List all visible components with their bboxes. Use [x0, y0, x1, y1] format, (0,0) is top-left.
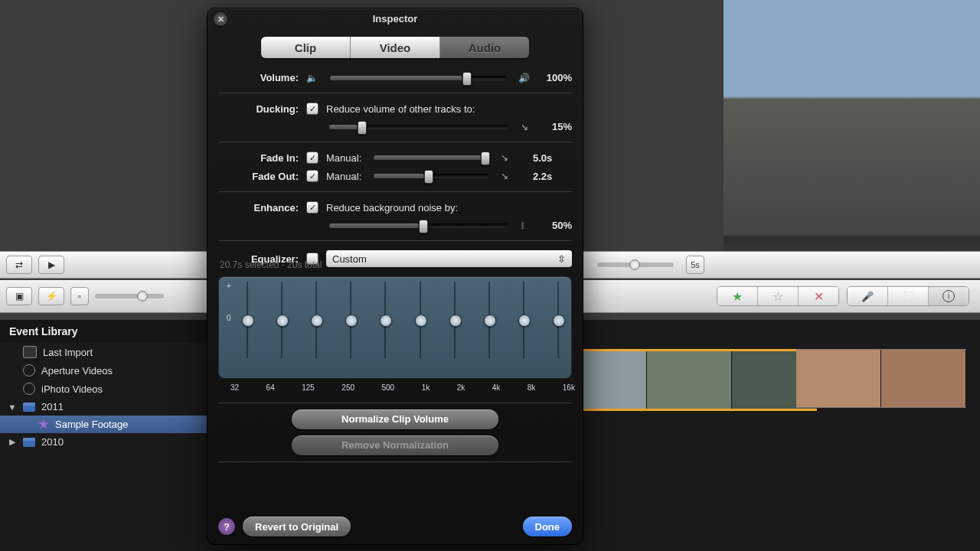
timeline-zoom-slider[interactable]	[597, 262, 674, 267]
event-library-sidebar: Event Library Last Import Aperture Video…	[0, 320, 207, 551]
tab-clip[interactable]: Clip	[261, 37, 351, 58]
eq-band-4k[interactable]	[484, 282, 495, 358]
sidebar-item-aperture[interactable]: Aperture Videos	[0, 361, 207, 380]
eq-band-32[interactable]	[242, 282, 253, 358]
reset-icon[interactable]: ↘	[501, 171, 510, 181]
enhance-slider[interactable]	[329, 223, 508, 228]
crop-button[interactable]: ⛶	[888, 287, 929, 305]
zoom-seconds-label: 5s	[686, 256, 704, 274]
sidebar-item-2010[interactable]: ▶2010	[0, 433, 207, 451]
voiceover-button[interactable]: 🎤	[848, 287, 888, 305]
sidebar-item-last-import[interactable]: Last Import	[0, 343, 207, 361]
ducking-label: Ducking:	[218, 103, 299, 115]
volume-label: Volume:	[218, 72, 299, 83]
eq-band-64[interactable]	[276, 282, 287, 358]
favorite-button[interactable]: ★	[717, 287, 758, 305]
action-button[interactable]: ⚡	[38, 287, 64, 305]
import-icon	[23, 346, 37, 358]
camera-button[interactable]: ▣	[6, 287, 32, 305]
revert-button[interactable]: Revert to Original	[243, 517, 351, 536]
ducking-slider-row: ↘ 15%	[207, 118, 583, 135]
fadein-manual-label: Manual:	[326, 152, 361, 164]
divider	[218, 142, 572, 142]
sidebar-item-sample-footage[interactable]: Sample Footage	[0, 416, 207, 433]
speaker-high-icon: 🔊	[518, 73, 530, 83]
thumb-size-button[interactable]: ▫	[70, 287, 89, 305]
iphoto-icon	[23, 383, 35, 395]
fadein-slider[interactable]	[374, 155, 488, 160]
fadein-checkbox[interactable]	[306, 152, 318, 164]
reset-icon[interactable]: ↘	[521, 122, 530, 132]
enhance-slider-row: ⧘ 50%	[207, 217, 583, 234]
eq-band-labels: 32 64 125 250 500 1k 2k 4k 8k 16k	[207, 382, 583, 396]
ducking-checkbox[interactable]	[306, 103, 318, 115]
waveform-icon: ⧘	[521, 220, 530, 231]
enhance-checkbox[interactable]	[306, 201, 318, 214]
fadeout-slider[interactable]	[374, 174, 488, 178]
equalizer-preset-select[interactable]: Custom⇳	[326, 250, 572, 267]
help-button[interactable]: ?	[218, 518, 235, 535]
tab-video[interactable]: Video	[351, 37, 440, 58]
close-icon: ✕	[217, 15, 224, 24]
ducking-slider[interactable]	[329, 125, 508, 129]
sidebar-item-2011[interactable]: ▼2011	[0, 398, 207, 416]
divider	[218, 403, 572, 403]
remove-normalization-button[interactable]: Remove Normalization	[292, 435, 498, 455]
unmark-button[interactable]: ☆	[758, 287, 799, 305]
tab-audio[interactable]: Audio	[440, 37, 529, 58]
ducking-value: 15%	[537, 121, 572, 132]
fadein-label: Fade In:	[218, 152, 299, 164]
thumb-zoom-slider[interactable]	[95, 294, 164, 298]
chevron-updown-icon: ⇳	[557, 253, 566, 265]
fadeout-row: Fade Out: Manual: ↘ 2.2s	[207, 167, 583, 185]
enhance-label: Enhance:	[218, 202, 299, 214]
divider	[218, 240, 572, 241]
folder-icon	[23, 403, 35, 412]
eq-axis-zero: 0	[227, 314, 231, 322]
enhance-desc: Reduce background noise by:	[326, 202, 458, 214]
speaker-low-icon: 🔈	[306, 73, 318, 83]
disclosure-right-icon: ▶	[8, 437, 17, 447]
eq-band-2k[interactable]	[449, 282, 460, 358]
sidebar-item-iphoto[interactable]: iPhoto Videos	[0, 380, 207, 398]
enhance-value: 50%	[537, 220, 572, 231]
ducking-row: Ducking: Reduce volume of other tracks t…	[207, 99, 583, 118]
eq-axis-plus: +	[227, 282, 231, 290]
inspector-title: ✕ Inspector	[207, 8, 583, 29]
eq-band-250[interactable]	[345, 282, 356, 358]
close-button[interactable]: ✕	[214, 12, 227, 26]
eq-band-125[interactable]	[311, 282, 322, 358]
fadein-value: 5.0s	[518, 152, 552, 164]
folder-icon	[23, 438, 35, 447]
fadeout-checkbox[interactable]	[306, 170, 318, 182]
reset-icon[interactable]: ↘	[501, 152, 510, 163]
divider	[218, 93, 572, 93]
fadeout-value: 2.2s	[518, 171, 552, 182]
divider	[218, 191, 572, 192]
equalizer-panel: + 0	[218, 276, 572, 379]
clip-thumb[interactable]	[647, 351, 732, 409]
inspector-tabs: Clip Video Audio	[261, 37, 529, 58]
fadeout-label: Fade Out:	[218, 171, 299, 182]
eq-band-500[interactable]	[380, 282, 390, 358]
play-button[interactable]: ▶	[38, 256, 64, 274]
done-button[interactable]: Done	[523, 517, 573, 536]
normalize-button[interactable]: Normalize Clip Volume	[292, 409, 498, 429]
volume-row: Volume: 🔈 🔊 100%	[207, 69, 583, 86]
clip-thumb[interactable]	[796, 350, 881, 407]
volume-slider[interactable]	[330, 76, 506, 80]
reject-button[interactable]: ✕	[799, 287, 838, 305]
eq-band-16k[interactable]	[553, 282, 564, 358]
rating-group: ★ ☆ ✕	[717, 286, 839, 306]
inspector-footer: ? Revert to Original Done	[218, 517, 572, 536]
clip-thumb[interactable]	[881, 350, 966, 407]
sidebar-title: Event Library	[0, 320, 207, 343]
inspector-button[interactable]: i	[929, 287, 969, 305]
clip-thumbnails[interactable]	[796, 349, 966, 408]
enhance-row: Enhance: Reduce background noise by:	[207, 198, 583, 217]
eq-band-1k[interactable]	[415, 282, 426, 358]
swap-button[interactable]: ⇄	[6, 256, 32, 274]
fadeout-manual-label: Manual:	[326, 171, 361, 182]
eq-band-8k[interactable]	[518, 282, 529, 358]
fadein-row: Fade In: Manual: ↘ 5.0s	[207, 148, 583, 167]
